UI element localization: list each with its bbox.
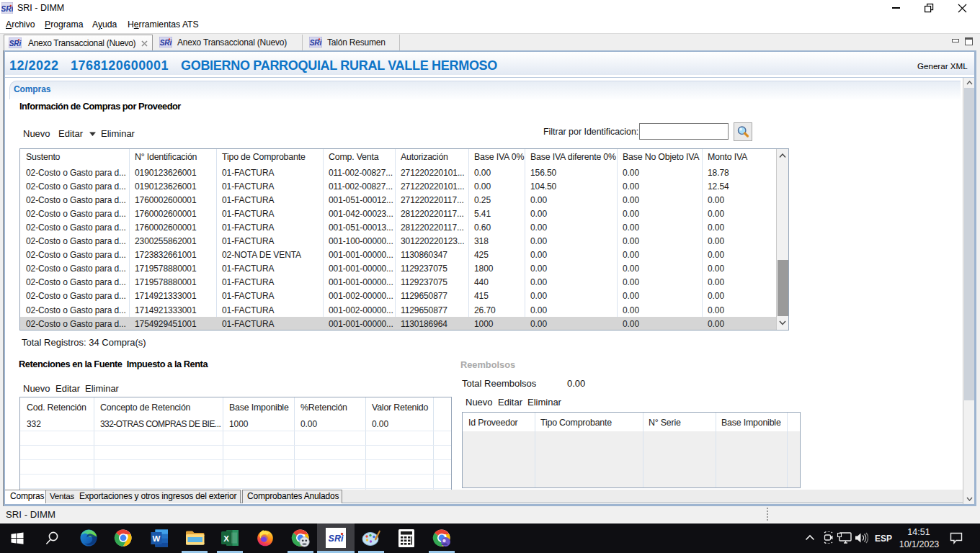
- svg-text:SRi: SRi: [160, 39, 172, 47]
- svg-text:W: W: [153, 534, 161, 543]
- svg-text:X: X: [223, 534, 229, 543]
- svg-text:SRi: SRi: [9, 40, 22, 48]
- svg-text:SRi: SRi: [329, 534, 344, 544]
- svg-text:SRi: SRi: [310, 39, 322, 47]
